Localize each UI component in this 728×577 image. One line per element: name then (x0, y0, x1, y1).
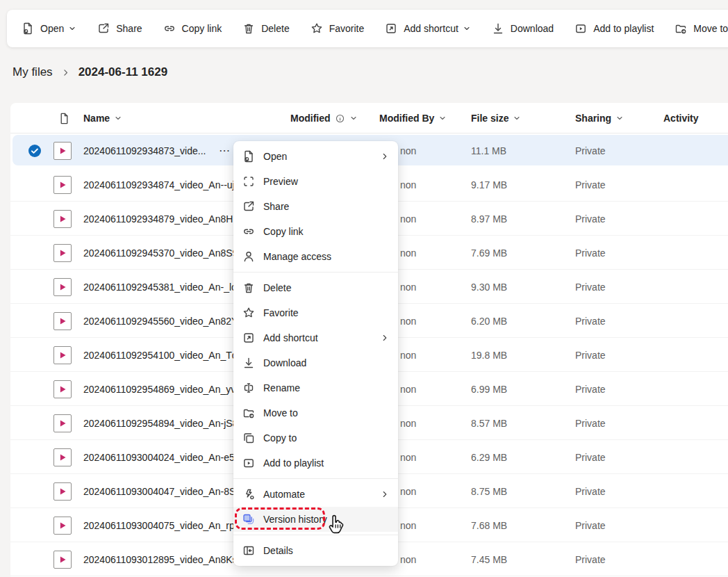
menu-item-favorite[interactable]: Favorite (233, 300, 398, 325)
menu-item-label: Copy to (263, 432, 390, 444)
row-selected-checkbox[interactable] (28, 133, 42, 168)
breadcrumb-item[interactable]: My files (13, 65, 53, 79)
video-play-icon (58, 214, 67, 224)
modified-by-cell: non (400, 338, 416, 372)
file-name[interactable]: 20240611092945370_video_An8S9 (83, 236, 233, 270)
video-play-icon (58, 453, 67, 462)
video-file-icon (53, 474, 72, 508)
chevron-down-icon (349, 114, 358, 122)
menu-item-label: Rename (263, 382, 390, 393)
menu-item-manage-access[interactable]: Manage access (233, 244, 398, 269)
file-name[interactable]: 20240611093004047_video_An-8Sr (83, 474, 233, 508)
menu-item-share[interactable]: Share (233, 194, 398, 219)
file-name[interactable]: 20240611092954100_video_An_TqC (83, 338, 233, 372)
toolbar-delete-button[interactable]: Delete (242, 22, 289, 35)
chevron-down-icon (68, 24, 76, 33)
video-play-icon (58, 350, 67, 360)
video-play-icon (58, 146, 67, 156)
version-history-icon (242, 512, 256, 526)
download-icon (242, 356, 256, 370)
menu-item-label: Details (263, 545, 390, 556)
chevron-down-icon (463, 24, 471, 33)
menu-item-delete[interactable]: Delete (233, 275, 398, 300)
toolbar-copy-link-button[interactable]: Copy link (163, 22, 222, 35)
menu-item-label: Automate (263, 489, 372, 500)
toolbar-download-button[interactable]: Download (491, 22, 554, 35)
menu-item-preview[interactable]: Preview (233, 169, 398, 194)
menu-item-move-to[interactable]: Move to (233, 400, 398, 425)
download-icon (491, 22, 505, 35)
modified-by-cell: non (400, 202, 416, 236)
menu-item-details[interactable]: Details (233, 538, 398, 563)
video-play-icon (58, 316, 67, 326)
menu-item-label: Version history (263, 514, 390, 525)
file-name[interactable]: 20240611092934873_vide... (83, 133, 233, 168)
file-type-column-icon (58, 103, 71, 133)
video-file-icon-frame (53, 210, 72, 228)
column-header-sharing[interactable]: Sharing (575, 103, 624, 133)
move-to-icon (242, 406, 256, 420)
file-size-cell: 9.30 MB (471, 270, 507, 304)
column-header-modified-by[interactable]: Modified By (379, 103, 447, 133)
video-file-icon (53, 406, 72, 440)
automate-icon (242, 487, 256, 501)
menu-item-automate[interactable]: Automate (233, 482, 398, 507)
share-icon (242, 200, 256, 213)
open-icon (242, 149, 256, 163)
video-file-icon-frame (53, 244, 72, 262)
file-name[interactable]: 20240611092945560_video_An82Ye (83, 304, 233, 338)
file-name[interactable]: 20240611092954894_video_An-jS8 (83, 406, 233, 440)
toolbar-add-to-playlist-button[interactable]: Add to playlist (574, 22, 654, 35)
toolbar-move-to-button[interactable]: Move to (674, 22, 728, 35)
modified-by-cell: non (400, 236, 416, 270)
sharing-cell: Private (575, 338, 606, 372)
toolbar-open-button[interactable]: Open (21, 22, 76, 35)
toolbar-share-button[interactable]: Share (97, 22, 142, 35)
modified-by-cell: non (400, 440, 416, 474)
menu-item-open[interactable]: Open (233, 144, 398, 169)
breadcrumb-chevron-icon (61, 68, 70, 77)
sharing-cell: Private (575, 440, 606, 474)
column-header-name[interactable]: Name (83, 103, 122, 133)
file-name[interactable]: 20240611092945381_video_An-_lc (83, 270, 233, 304)
toolbar-item-label: Add shortcut (404, 23, 458, 34)
more-options-button[interactable]: ⋯ (219, 133, 231, 168)
file-name[interactable]: 20240611092934879_video_An8HL (83, 202, 233, 236)
menu-item-version-history[interactable]: Version history (233, 507, 398, 532)
copy-link-icon (242, 225, 256, 238)
toolbar-favorite-button[interactable]: Favorite (310, 22, 365, 35)
toolbar-item-label: Favorite (329, 23, 365, 34)
file-name[interactable]: 20240611093004075_video_An_rpl (83, 508, 233, 542)
preview-icon (242, 174, 256, 188)
menu-item-label: Download (263, 357, 390, 368)
file-name[interactable]: 20240611093012895_video_An8Ks (83, 542, 233, 576)
copy-to-icon (242, 431, 256, 445)
share-icon (97, 22, 110, 35)
menu-item-copy-to[interactable]: Copy to (233, 425, 398, 450)
column-header-modified[interactable]: Modified (290, 103, 358, 133)
video-file-icon-frame (53, 346, 72, 364)
file-name[interactable]: 20240611092954869_video_An_yvJ (83, 372, 233, 406)
column-header-file-size[interactable]: File size (471, 103, 521, 133)
favorite-icon (242, 306, 256, 320)
menu-item-add-shortcut[interactable]: Add shortcut (233, 325, 398, 350)
file-name[interactable]: 20240611092934874_video_An--uj (83, 168, 233, 202)
menu-item-copy-link[interactable]: Copy link (233, 219, 398, 244)
video-file-icon-frame (53, 551, 72, 569)
menu-item-label: Delete (263, 282, 390, 293)
details-icon (242, 544, 256, 558)
file-size-cell: 9.17 MB (471, 168, 507, 202)
menu-item-rename[interactable]: Rename (233, 375, 398, 400)
menu-item-download[interactable]: Download (233, 350, 398, 375)
favorite-icon (310, 22, 324, 35)
add-shortcut-icon (242, 331, 256, 345)
video-file-icon (53, 270, 72, 304)
file-name[interactable]: 20240611093004024_video_An-e5c (83, 440, 233, 474)
menu-item-add-to-playlist[interactable]: Add to playlist (233, 450, 398, 476)
menu-item-label: Add shortcut (263, 332, 372, 343)
video-file-icon-frame (53, 482, 72, 501)
toolbar-add-shortcut-button[interactable]: Add shortcut (384, 22, 471, 35)
move-to-icon (674, 22, 688, 35)
chevron-right-icon (380, 152, 390, 161)
sharing-cell: Private (575, 236, 606, 270)
